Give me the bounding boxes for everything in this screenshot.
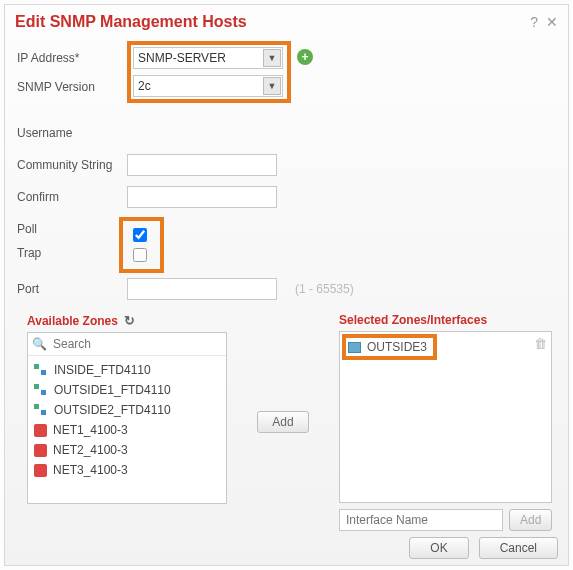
label-username: Username xyxy=(17,126,127,140)
cancel-button[interactable]: Cancel xyxy=(479,537,558,559)
label-confirm: Confirm xyxy=(17,190,127,204)
zone-item-label: OUTSIDE1_FTD4110 xyxy=(54,383,171,397)
search-input[interactable] xyxy=(51,336,222,352)
titlebar: Edit SNMP Management Hosts ? ✕ xyxy=(5,5,568,37)
security-zone-icon xyxy=(34,364,48,376)
zone-grid-icon xyxy=(348,342,361,353)
add-interface-button[interactable]: Add xyxy=(509,509,552,531)
label-ip: IP Address* xyxy=(17,41,127,65)
zone-item-label: OUTSIDE2_FTD4110 xyxy=(54,403,171,417)
poll-checkbox[interactable] xyxy=(133,228,147,242)
add-host-icon[interactable]: + xyxy=(297,49,313,65)
selected-item-label[interactable]: OUTSIDE3 xyxy=(367,340,427,354)
zones-area: Available Zones ↻ 🔍 INSIDE_FTD4110OUTSID… xyxy=(5,309,568,531)
label-trap: Trap xyxy=(17,241,119,265)
community-input[interactable] xyxy=(127,154,277,176)
confirm-input[interactable] xyxy=(127,186,277,208)
ip-address-dropdown[interactable]: SNMP-SERVER ▼ xyxy=(133,47,283,69)
chevron-down-icon: ▼ xyxy=(263,77,281,95)
search-icon: 🔍 xyxy=(32,337,47,351)
form: IP Address* SNMP-SERVER ▼ 2c ▼ + SNMP Ve… xyxy=(5,37,568,301)
zone-item[interactable]: INSIDE_FTD4110 xyxy=(30,360,224,380)
snmp-version-value: 2c xyxy=(138,79,151,93)
zone-item-label: NET3_4100-3 xyxy=(53,463,128,477)
zone-item[interactable]: OUTSIDE1_FTD4110 xyxy=(30,380,224,400)
snmp-version-dropdown[interactable]: 2c ▼ xyxy=(133,75,283,97)
zone-item[interactable]: NET2_4100-3 xyxy=(30,440,224,460)
network-icon xyxy=(34,464,47,477)
selected-zones-list: OUTSIDE3 🗑 xyxy=(339,331,552,503)
highlight-selected: OUTSIDE3 xyxy=(342,334,437,360)
chevron-down-icon: ▼ xyxy=(263,49,281,67)
interface-name-input[interactable] xyxy=(339,509,503,531)
security-zone-icon xyxy=(34,404,48,416)
trap-checkbox[interactable] xyxy=(133,248,147,262)
network-icon xyxy=(34,444,47,457)
label-port: Port xyxy=(17,282,127,296)
dialog: Edit SNMP Management Hosts ? ✕ IP Addres… xyxy=(4,4,569,566)
close-icon[interactable]: ✕ xyxy=(546,14,558,30)
ok-button[interactable]: OK xyxy=(409,537,468,559)
dialog-title: Edit SNMP Management Hosts xyxy=(15,13,247,31)
refresh-icon[interactable]: ↻ xyxy=(124,313,135,328)
port-input[interactable] xyxy=(127,278,277,300)
security-zone-icon xyxy=(34,384,48,396)
selected-zones-title: Selected Zones/Interfaces xyxy=(339,313,487,327)
label-version: SNMP Version xyxy=(17,80,127,94)
add-button[interactable]: Add xyxy=(257,411,308,433)
help-icon[interactable]: ? xyxy=(530,14,538,30)
label-poll: Poll xyxy=(17,217,119,241)
zone-item-label: INSIDE_FTD4110 xyxy=(54,363,151,377)
zone-item[interactable]: NET3_4100-3 xyxy=(30,460,224,480)
network-icon xyxy=(34,424,47,437)
available-zones-title: Available Zones xyxy=(27,314,118,328)
label-community: Community String xyxy=(17,158,127,172)
zone-item[interactable]: NET1_4100-3 xyxy=(30,420,224,440)
trash-icon[interactable]: 🗑 xyxy=(530,332,551,355)
zone-item-label: NET1_4100-3 xyxy=(53,423,128,437)
zone-item[interactable]: OUTSIDE2_FTD4110 xyxy=(30,400,224,420)
available-zones-list: 🔍 INSIDE_FTD4110OUTSIDE1_FTD4110OUTSIDE2… xyxy=(27,332,227,504)
port-hint: (1 - 65535) xyxy=(295,282,354,296)
dialog-footer: OK Cancel xyxy=(409,537,558,559)
highlight-ip-version: SNMP-SERVER ▼ 2c ▼ xyxy=(127,41,291,103)
zone-item-label: NET2_4100-3 xyxy=(53,443,128,457)
highlight-poll-trap xyxy=(119,217,164,273)
ip-address-value: SNMP-SERVER xyxy=(138,51,226,65)
